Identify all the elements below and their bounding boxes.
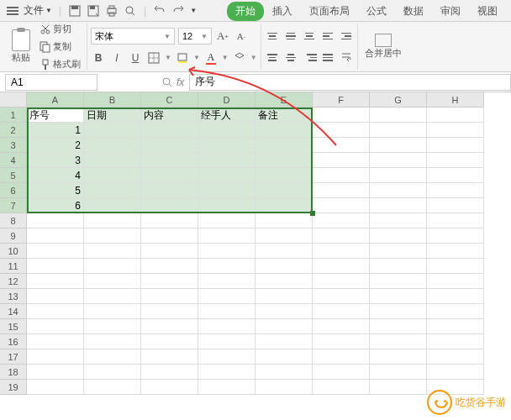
cell[interactable] bbox=[313, 123, 370, 138]
cell[interactable] bbox=[198, 138, 256, 153]
cell[interactable] bbox=[198, 365, 256, 380]
decrease-font-button[interactable]: A- bbox=[234, 29, 249, 44]
cell[interactable] bbox=[427, 153, 484, 168]
align-top-button[interactable] bbox=[265, 29, 280, 44]
cell[interactable] bbox=[198, 289, 256, 304]
name-box[interactable]: A1 bbox=[5, 74, 97, 91]
cell[interactable] bbox=[27, 274, 84, 289]
cell[interactable] bbox=[84, 138, 141, 153]
cell[interactable] bbox=[141, 349, 198, 365]
row-header[interactable]: 5 bbox=[0, 168, 27, 183]
cell[interactable] bbox=[256, 349, 313, 365]
cell[interactable] bbox=[198, 213, 256, 228]
col-header[interactable]: A bbox=[27, 92, 84, 108]
cell[interactable] bbox=[27, 304, 84, 319]
cell[interactable] bbox=[27, 228, 84, 244]
cell[interactable] bbox=[141, 365, 198, 380]
cell[interactable] bbox=[370, 123, 427, 138]
cell[interactable] bbox=[370, 153, 427, 168]
cell[interactable] bbox=[256, 168, 313, 183]
cell[interactable] bbox=[313, 228, 370, 244]
cell[interactable] bbox=[427, 289, 484, 304]
cell[interactable] bbox=[141, 334, 198, 349]
row-header[interactable]: 17 bbox=[0, 349, 27, 365]
cell[interactable] bbox=[141, 198, 198, 213]
cell[interactable] bbox=[313, 319, 370, 334]
cut-button[interactable]: 剪切 bbox=[37, 21, 83, 37]
font-size-select[interactable]: 12 ▼ bbox=[178, 28, 212, 45]
cell[interactable] bbox=[84, 168, 141, 183]
cell[interactable] bbox=[427, 183, 484, 198]
cell[interactable] bbox=[141, 123, 198, 138]
cell[interactable] bbox=[198, 198, 256, 213]
row-header[interactable]: 18 bbox=[0, 365, 27, 380]
indent-increase-button[interactable] bbox=[339, 29, 354, 44]
cell[interactable] bbox=[313, 365, 370, 380]
cell[interactable] bbox=[256, 153, 313, 168]
cell[interactable] bbox=[84, 349, 141, 365]
cell[interactable] bbox=[27, 349, 84, 365]
cell[interactable] bbox=[256, 198, 313, 213]
cell[interactable] bbox=[427, 108, 484, 123]
tab-data[interactable]: 数据 bbox=[395, 1, 432, 22]
cell[interactable] bbox=[256, 123, 313, 138]
cell[interactable] bbox=[427, 365, 484, 380]
selection-handle[interactable] bbox=[310, 211, 315, 216]
row-header[interactable]: 8 bbox=[0, 213, 27, 228]
italic-button[interactable]: I bbox=[109, 50, 124, 66]
cell[interactable] bbox=[256, 213, 313, 228]
cell[interactable] bbox=[198, 123, 256, 138]
cell[interactable]: 6 bbox=[27, 198, 84, 213]
cell[interactable] bbox=[27, 244, 84, 259]
cell[interactable] bbox=[141, 380, 198, 395]
cell[interactable] bbox=[141, 153, 198, 168]
cell[interactable] bbox=[141, 168, 198, 183]
cell[interactable] bbox=[370, 334, 427, 349]
row-header[interactable]: 16 bbox=[0, 334, 27, 349]
cell[interactable] bbox=[198, 244, 256, 259]
format-painter-button[interactable]: 格式刷 bbox=[37, 56, 83, 72]
cell[interactable] bbox=[27, 289, 84, 304]
cell[interactable]: 5 bbox=[27, 183, 84, 198]
cell[interactable] bbox=[370, 349, 427, 365]
cell[interactable] bbox=[313, 349, 370, 365]
paste-button[interactable]: 粘贴 bbox=[8, 28, 34, 66]
cell[interactable] bbox=[256, 138, 313, 153]
cell[interactable] bbox=[141, 319, 198, 334]
cell[interactable] bbox=[313, 244, 370, 259]
cell[interactable] bbox=[256, 365, 313, 380]
cell[interactable] bbox=[198, 274, 256, 289]
cell[interactable] bbox=[313, 274, 370, 289]
align-bottom-button[interactable] bbox=[302, 29, 317, 44]
cell[interactable] bbox=[313, 334, 370, 349]
cell[interactable]: 备注 bbox=[256, 108, 313, 123]
undo-icon[interactable] bbox=[153, 4, 166, 18]
cell[interactable] bbox=[198, 168, 256, 183]
cell[interactable] bbox=[84, 365, 141, 380]
cell[interactable] bbox=[427, 138, 484, 153]
align-left-button[interactable] bbox=[265, 50, 280, 65]
cell[interactable] bbox=[370, 274, 427, 289]
cell[interactable] bbox=[84, 123, 141, 138]
fx-label[interactable]: fx bbox=[176, 76, 184, 88]
row-header[interactable]: 14 bbox=[0, 304, 27, 319]
cell[interactable] bbox=[198, 304, 256, 319]
cell[interactable] bbox=[256, 334, 313, 349]
cell[interactable] bbox=[198, 228, 256, 244]
cell[interactable] bbox=[256, 244, 313, 259]
cell[interactable] bbox=[141, 138, 198, 153]
cell[interactable] bbox=[427, 334, 484, 349]
cell[interactable] bbox=[256, 183, 313, 198]
cell[interactable] bbox=[313, 198, 370, 213]
cell[interactable] bbox=[198, 153, 256, 168]
col-header[interactable]: B bbox=[84, 92, 141, 108]
cell[interactable] bbox=[427, 244, 484, 259]
cell[interactable] bbox=[256, 289, 313, 304]
cell[interactable] bbox=[427, 259, 484, 274]
row-header[interactable]: 11 bbox=[0, 259, 27, 274]
cell[interactable]: 3 bbox=[27, 153, 84, 168]
row-header[interactable]: 4 bbox=[0, 153, 27, 168]
cell[interactable] bbox=[256, 380, 313, 395]
formula-input[interactable]: 序号 bbox=[189, 74, 511, 91]
row-header[interactable]: 19 bbox=[0, 380, 27, 395]
